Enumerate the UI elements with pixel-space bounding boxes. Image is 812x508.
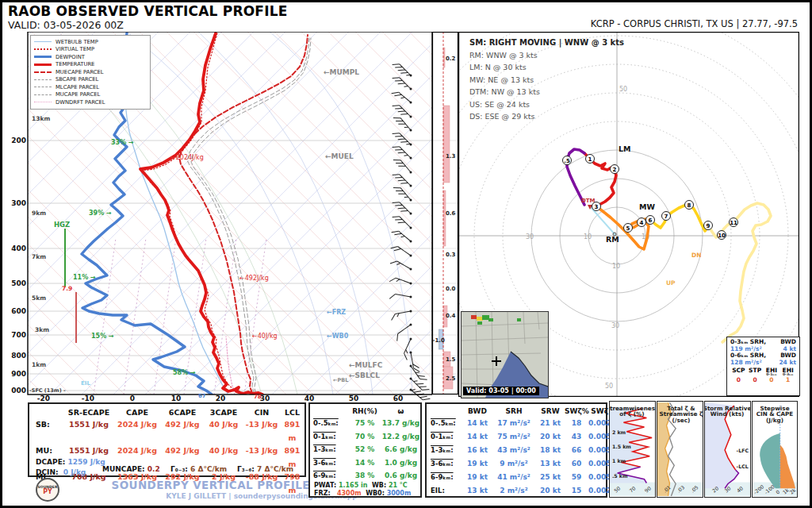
row-label: 1-3ₖₘ: [310,443,348,456]
cell: 43 m²/s² [492,444,536,457]
height-label: 1 km [612,458,626,464]
height-label: 3km [35,326,49,333]
svg-text:3: 3 [595,204,599,210]
cell: 0.005 [588,430,611,444]
col-header: SR-ECAPE [64,406,113,418]
ds-line: DS: ESE @ 29 kts [469,110,624,123]
legend-item: WETBULB TEMP [34,38,147,46]
legend-label: MUECAPE PARCEL [56,69,104,75]
height-label: 7km [32,253,46,260]
cell: 1.0 g/kg [381,456,420,470]
stp-header: STP [747,368,764,373]
cape-annotation: ←40J/kg [252,333,278,340]
height-label: 1km [32,361,46,368]
station-title: KCRP - CORPUS CHRISTI, TX US | 27.77, -9… [591,18,798,29]
pressure-tick: 900 [11,370,26,378]
moisture-table: RH(%) ω 0-.5ₖₘ: 75 % 13.7 g/kg 0-1ₖₘ: 70… [308,402,422,498]
svg-text:9: 9 [707,223,710,229]
cell: 1363 J/kg [113,471,161,497]
rm-label: RM [606,235,619,244]
legend-label: MLCAPE PARCEL [56,84,99,90]
srh6-value: 128 m²/s² [730,360,762,367]
omega-value: 0.4 [446,313,456,319]
cell: 14 % [348,456,381,470]
surface-label: -SFC (13m) - [29,387,66,394]
svg-text:7: 7 [665,214,668,220]
height-label: .5 km [612,473,628,479]
omega-value: 2.5 [446,375,456,382]
cell: 2 m²/s² [492,484,536,498]
lcl-label: -LCL [737,464,749,469]
cell: 25 kt [536,471,565,484]
cell: 0.002 [588,484,611,498]
rh-annotation: 11% → [73,274,96,281]
x-tick: 50 [349,394,359,402]
row-label: 3-6ₖₘ: [310,456,348,470]
lm-label: LM [619,144,631,153]
cell: 0.002 [588,417,611,430]
map-graphic [462,312,548,398]
cell: 0.005 [588,457,611,471]
us-line: US: SE @ 24 kts [469,98,624,111]
cell: 75 m²/s² [492,430,536,444]
cell: 798 m [280,471,304,497]
surface-dewpoint-f: 67 [198,393,206,399]
lapse03-value: 6 Δ°C/km [190,465,227,473]
cell: 19 kt [463,457,492,471]
row-label: 0-1ₖₘ: [427,430,463,444]
mw-label: MW [639,202,655,211]
thermo-table: SR-ECAPE CAPE 6CAPE 3CAPE CIN LCL SB: 15… [28,402,306,477]
cell: 66 [565,444,588,457]
row-label: 0-1ₖₘ: [310,430,348,444]
height-label: 9km [32,210,46,217]
cell: 52 % [348,443,381,456]
vertical-velocity-panel: 0.2 1.3 0.6 0.3 0.0 0.4 -1.0 1.5 2.5 [432,32,458,395]
muncape-label: MUNCAPE: [102,465,145,473]
svg-text:11: 11 [730,220,737,226]
x-tick: 0 [130,394,135,402]
lfc-label: -LFC [737,448,749,453]
row-label: 0-.5ₖₘ: [427,417,463,430]
panel-title: (J/kg) [766,417,783,424]
cell: 1551 J/kg [64,418,113,444]
dcape-label: DCAPE: [36,458,65,466]
cell: 12.2 g/kg [381,430,420,444]
mw-line: MW: NE @ 13 kts [469,74,624,87]
col-header: SRW [536,406,565,417]
lapse36-value: 7 Δ°C/km [257,465,293,473]
legend-item: MLCAPE PARCEL [34,83,147,91]
cell: 13.7 g/kg [381,417,420,430]
omega-value: 0.3 [446,252,456,258]
pwat-label: PWAT: [314,482,336,489]
legend-label: TEMPERATURE [56,61,94,67]
storm-relative-wind-panel: Storm Relative Wind (kts) -LFC -LCL 20 3… [704,401,751,498]
mumpl-annotation: ←MUMPL [324,68,359,76]
omega-value: 0.0 [446,286,456,292]
ehi1-value: 0 [764,377,780,383]
rh-annotation: 58% → [173,369,196,376]
col-header: SWζ% [565,406,588,417]
cell: 70 % [348,430,381,444]
wb-label: WB: [372,482,386,489]
x-tick: 40 [304,394,315,402]
svg-text:1: 1 [588,156,592,163]
cell: 0.005 [588,471,611,484]
x-tick: 60 [393,394,404,402]
panel-title: of ζ (%) [619,410,644,418]
row-label: 0-.5ₖₘ: [310,417,348,430]
cell: 14 kt [463,417,492,430]
cell: -13 J/kg [243,418,280,444]
cell: 2 J/kg [204,471,243,497]
lapse36-label: Γ₃₋₆: [237,465,255,473]
svg-text:4: 4 [640,220,644,226]
legend-item: MUCAPE PARCEL [34,91,147,99]
omega-value: 1.5 [446,356,456,363]
cell: 38 % [348,469,381,483]
legend-label: MUCAPE PARCEL [56,91,100,98]
legend-label: DWNDRFT PARCEL [56,99,105,106]
height-label: 2 km [612,429,626,435]
cell: 14 kt [463,430,492,444]
muecape-swatch [34,71,52,73]
ehi3-value: 1 [779,377,796,383]
cell: 19 kt [463,471,492,484]
